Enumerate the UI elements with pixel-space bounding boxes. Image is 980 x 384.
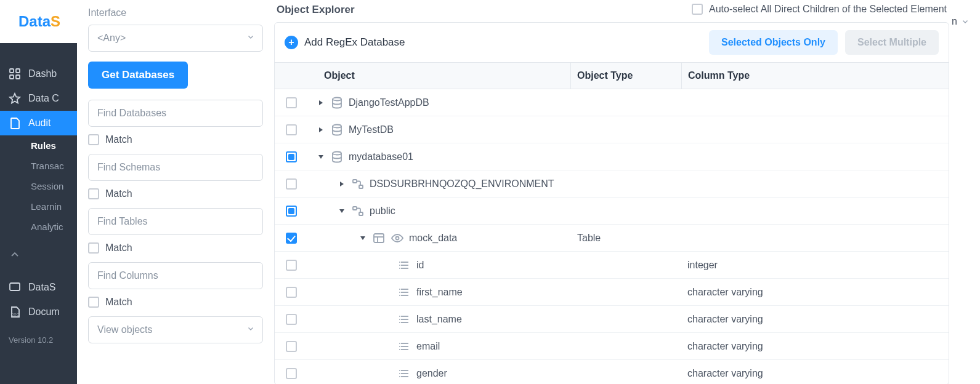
row-checkbox[interactable] xyxy=(286,97,297,108)
nav-sub-analytics[interactable]: Analytic xyxy=(0,217,77,237)
svg-rect-1 xyxy=(16,69,20,73)
column-icon xyxy=(398,367,411,380)
match-schemas-row[interactable]: Match xyxy=(88,188,263,199)
caret-right-icon[interactable] xyxy=(338,180,346,188)
cell-object: mydatabase01 xyxy=(275,145,570,169)
caret-right-icon[interactable] xyxy=(317,98,325,107)
table-row[interactable]: public xyxy=(275,198,949,225)
table-row[interactable]: idinteger xyxy=(275,252,949,279)
table-row[interactable]: gendercharacter varying xyxy=(275,360,949,384)
nav-collapse[interactable] xyxy=(0,242,77,266)
nav-docs[interactable]: DOC Docum xyxy=(0,300,77,324)
object-label: first_name xyxy=(416,287,463,298)
star-icon xyxy=(9,92,21,105)
nav-data[interactable]: Data C xyxy=(0,86,77,111)
nav-datas[interactable]: DataS xyxy=(0,275,77,300)
row-checkbox[interactable] xyxy=(286,260,297,271)
object-label: email xyxy=(416,341,440,352)
cell-column-type: integer xyxy=(681,255,949,276)
select-multiple-button[interactable]: Select Multiple xyxy=(845,30,939,55)
caret-right-icon[interactable] xyxy=(317,126,325,134)
chevron-down-icon xyxy=(961,17,970,26)
table-row[interactable]: emailcharacter varying xyxy=(275,333,949,360)
cell-object-type xyxy=(570,369,681,378)
nav-sub-learning[interactable]: Learnin xyxy=(0,196,77,217)
cell-object-type xyxy=(570,98,681,108)
svg-marker-9 xyxy=(319,127,323,132)
table-row[interactable]: first_namecharacter varying xyxy=(275,279,949,306)
auto-select-checkbox[interactable] xyxy=(692,4,703,15)
find-schemas-input[interactable]: Find Schemas xyxy=(88,154,263,181)
nav-audit[interactable]: Audit xyxy=(0,111,77,135)
cell-object-type xyxy=(570,125,681,135)
logo-text-1: Data xyxy=(18,13,51,30)
match-tables-row[interactable]: Match xyxy=(88,242,263,254)
row-checkbox[interactable] xyxy=(286,287,297,298)
match-label: Match xyxy=(105,242,132,254)
svg-marker-7 xyxy=(319,100,323,105)
svg-point-53 xyxy=(399,376,400,377)
get-databases-button[interactable]: Get Databases xyxy=(88,62,188,89)
toolbar-actions: Selected Objects Only Select Multiple xyxy=(709,30,939,55)
right-cutoff: n xyxy=(949,0,980,43)
nav-sub-rules[interactable]: Rules xyxy=(0,135,77,156)
row-checkbox[interactable] xyxy=(286,178,297,190)
auto-select-label: Auto-select All Direct Children of the S… xyxy=(709,4,947,15)
db-icon xyxy=(330,123,344,137)
match-databases-row[interactable]: Match xyxy=(88,134,263,145)
match-columns-row[interactable]: Match xyxy=(88,297,263,308)
svg-marker-13 xyxy=(340,182,344,186)
match-columns-checkbox[interactable] xyxy=(88,297,99,308)
interface-select[interactable]: <Any> xyxy=(88,25,263,52)
nav-sub-transactions[interactable]: Transac xyxy=(0,156,77,176)
file-icon xyxy=(9,117,21,129)
match-tables-checkbox[interactable] xyxy=(88,242,99,254)
caret-down-icon[interactable] xyxy=(317,153,325,161)
chevron-up-icon xyxy=(9,248,21,260)
table-row[interactable]: DSDSURBRHNQOZQQ_ENVIRONMENT xyxy=(275,170,949,198)
find-columns-input[interactable]: Find Columns xyxy=(88,262,263,289)
nav-sub-sessions[interactable]: Session xyxy=(0,176,77,196)
auto-select-row[interactable]: Auto-select All Direct Children of the S… xyxy=(692,4,947,15)
row-checkbox[interactable] xyxy=(286,341,297,352)
add-regex-label: Add RegEx Database xyxy=(304,36,405,49)
nav-dashboard[interactable]: Dashb xyxy=(0,62,77,86)
grid-rows[interactable]: DjangoTestAppDBMyTestDBmydatabase01DSDSU… xyxy=(275,89,949,384)
svg-point-47 xyxy=(399,349,400,350)
match-databases-checkbox[interactable] xyxy=(88,134,99,145)
svg-point-41 xyxy=(399,322,400,323)
explorer-toolbar: + Add RegEx Database Selected Objects On… xyxy=(275,23,949,63)
row-checkbox[interactable] xyxy=(286,206,297,217)
add-regex-db-button[interactable]: + Add RegEx Database xyxy=(285,36,405,49)
view-objects-select[interactable]: View objects xyxy=(88,316,263,343)
find-databases-input[interactable]: Find Databases xyxy=(88,100,263,127)
row-checkbox[interactable] xyxy=(286,368,297,379)
table-row[interactable]: mock_dataTable xyxy=(275,225,949,252)
caret-down-icon[interactable] xyxy=(358,234,367,242)
row-checkbox[interactable] xyxy=(286,233,297,244)
cell-column-type xyxy=(681,125,949,135)
svg-rect-17 xyxy=(353,207,357,210)
svg-text:DOC: DOC xyxy=(12,313,19,316)
row-checkbox[interactable] xyxy=(286,314,297,325)
table-row[interactable]: MyTestDB xyxy=(275,116,949,143)
table-row[interactable]: mydatabase01 xyxy=(275,143,949,170)
placeholder: Find Databases xyxy=(97,108,166,119)
svg-point-33 xyxy=(399,289,400,290)
match-schemas-checkbox[interactable] xyxy=(88,188,99,199)
table-row[interactable]: DjangoTestAppDB xyxy=(275,89,949,116)
table-row[interactable]: last_namecharacter varying xyxy=(275,306,949,333)
cell-object-type xyxy=(570,342,681,351)
svg-marker-4 xyxy=(10,94,20,103)
col-objtype-header: Object Type xyxy=(570,63,681,89)
caret-down-icon[interactable] xyxy=(338,207,346,215)
cell-object-type xyxy=(570,152,681,162)
grid-header: Object Object Type Column Type xyxy=(275,63,949,89)
row-checkbox[interactable] xyxy=(286,151,297,162)
row-checkbox[interactable] xyxy=(286,124,297,135)
svg-point-23 xyxy=(396,236,399,239)
match-label: Match xyxy=(105,134,132,145)
object-label: id xyxy=(416,260,424,271)
selected-objects-only-button[interactable]: Selected Objects Only xyxy=(709,30,838,55)
find-tables-input[interactable]: Find Tables xyxy=(88,208,263,235)
